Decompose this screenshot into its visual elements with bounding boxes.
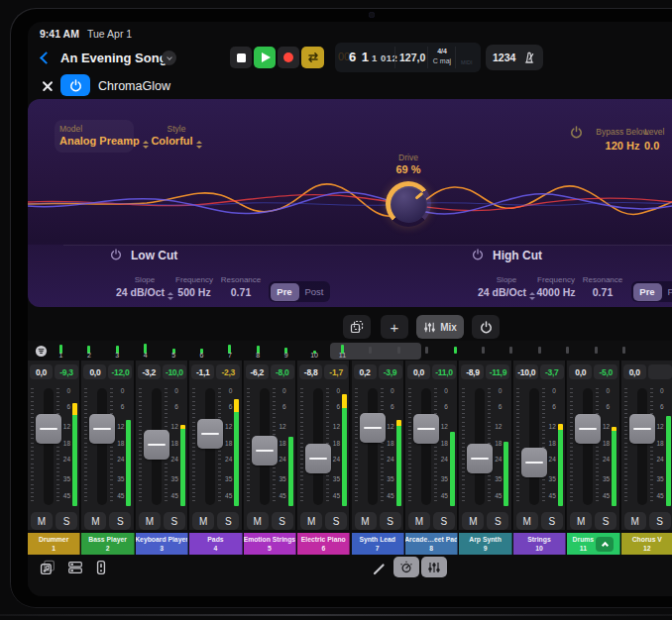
level-value[interactable]: 0.0	[644, 140, 672, 152]
song-menu-button[interactable]	[162, 51, 176, 65]
volume-fader[interactable]	[197, 419, 223, 449]
volume-fader[interactable]	[467, 444, 493, 473]
minimap-channel-number[interactable]: 4	[138, 352, 154, 359]
solo-button[interactable]: S	[56, 512, 77, 530]
volume-fader[interactable]	[305, 444, 331, 473]
volume-fader[interactable]	[413, 414, 439, 444]
mute-button[interactable]: M	[247, 512, 269, 530]
mix-view-button[interactable]: Mix	[416, 315, 464, 339]
minimap-channel-number[interactable]: 9	[279, 352, 294, 359]
close-icon[interactable]	[41, 79, 54, 92]
pre-button[interactable]: Pre	[271, 283, 299, 301]
mute-button[interactable]: M	[139, 512, 161, 530]
pre-button[interactable]: Pre	[633, 283, 662, 301]
minimap-channel-number[interactable]: 10	[306, 352, 322, 359]
fader-db-value[interactable]: 0,0	[569, 364, 592, 379]
minimap-channel-number[interactable]: 11	[335, 352, 351, 359]
track-label-6[interactable]: Electric Piano6	[297, 533, 350, 555]
track-label-4[interactable]: Pads4	[189, 533, 242, 555]
solo-button[interactable]: S	[541, 512, 563, 530]
style-value[interactable]: Colorful	[145, 135, 208, 149]
track-label-9[interactable]: Arp Synth9	[459, 533, 511, 555]
drive-knob[interactable]	[386, 181, 431, 227]
track-label-1[interactable]: Drummer1	[28, 533, 80, 555]
solo-button[interactable]: S	[487, 512, 508, 530]
volume-fader[interactable]	[575, 414, 601, 444]
volume-fader[interactable]	[521, 448, 547, 477]
play-button[interactable]	[254, 47, 276, 68]
solo-button[interactable]: S	[380, 512, 401, 530]
minimap-channel-number[interactable]: 1	[54, 352, 69, 359]
resonance-value[interactable]: 0.71	[216, 286, 266, 298]
record-button[interactable]	[278, 47, 299, 68]
solo-button[interactable]: S	[595, 512, 616, 530]
mute-button[interactable]: M	[31, 512, 53, 530]
fader-db-value[interactable]: 0,0	[30, 364, 53, 379]
volume-fader[interactable]	[629, 414, 655, 444]
pencil-icon[interactable]	[372, 562, 387, 576]
fader-db-value[interactable]: 0,2	[354, 364, 377, 379]
mute-button[interactable]: M	[570, 512, 592, 530]
browser-icon[interactable]	[67, 560, 83, 575]
track-label-11[interactable]: Drums11	[567, 533, 619, 555]
cycle-button[interactable]	[301, 47, 324, 68]
lcd-display[interactable]: 00 6 1 1 012 127,0 4/4 C maj MIDI	[335, 43, 481, 72]
mute-button[interactable]: M	[192, 512, 214, 530]
track-label-7[interactable]: Synth Lead7	[352, 533, 404, 555]
lowcut-power-icon[interactable]	[110, 249, 122, 260]
faders-view-button[interactable]	[421, 557, 447, 577]
solo-button[interactable]: S	[325, 512, 347, 530]
post-button[interactable]: Post	[663, 283, 672, 301]
solo-button[interactable]: S	[217, 512, 239, 530]
fader-db-value[interactable]: -1,1	[191, 364, 214, 379]
fader-db-value[interactable]: -10,0	[515, 364, 538, 379]
mute-button[interactable]: M	[408, 512, 430, 530]
volume-fader[interactable]	[144, 430, 169, 460]
mute-button[interactable]: M	[516, 512, 538, 530]
solo-button[interactable]: S	[109, 512, 131, 530]
frequency-value[interactable]: 500 Hz	[169, 286, 219, 298]
loop-browser-icon[interactable]	[40, 560, 56, 575]
stop-button[interactable]	[230, 47, 252, 68]
mute-button[interactable]: M	[355, 512, 377, 530]
filter-icon[interactable]	[35, 345, 48, 358]
solo-button[interactable]: S	[649, 512, 671, 530]
expand-track-button[interactable]	[596, 537, 614, 552]
volume-fader[interactable]	[252, 436, 278, 465]
track-label-5[interactable]: Emotion Strings5	[244, 533, 296, 555]
add-plugin-button[interactable]: +	[381, 315, 408, 339]
fader-db-value[interactable]: 0,0	[83, 364, 106, 379]
minimap-channel-number[interactable]: 2	[81, 352, 97, 359]
metronome-icon[interactable]	[522, 51, 536, 64]
controls-view-button[interactable]	[393, 557, 419, 577]
fader-db-value[interactable]: -6,2	[246, 364, 269, 379]
model-value[interactable]: Analog Preamp	[59, 135, 149, 149]
slope-value[interactable]: 24 dB/Oct	[475, 286, 538, 300]
track-label-3[interactable]: Keyboard Player3	[136, 533, 188, 555]
fader-db-value[interactable]: 0,0	[623, 364, 646, 379]
minimap-channel-number[interactable]: 5	[166, 352, 181, 359]
fader-db-value[interactable]: -3,2	[138, 364, 161, 379]
track-label-10[interactable]: Strings10	[513, 533, 566, 555]
mute-button[interactable]: M	[624, 512, 646, 530]
bypass-power-icon[interactable]	[570, 126, 583, 139]
duplicate-button[interactable]	[343, 315, 371, 339]
fader-db-value[interactable]: -8,8	[299, 364, 322, 379]
minimap-channel-number[interactable]: 8	[250, 352, 266, 359]
controller-icon[interactable]	[93, 560, 109, 575]
track-label-8[interactable]: Arcade…eet Pad8	[405, 533, 458, 555]
mute-button[interactable]: M	[300, 512, 322, 530]
solo-button[interactable]: S	[272, 512, 293, 530]
slope-value[interactable]: 24 dB/Oct	[113, 286, 176, 300]
mute-button[interactable]: M	[462, 512, 484, 530]
solo-button[interactable]: S	[433, 512, 455, 530]
count-in-button[interactable]: 1234	[493, 52, 515, 63]
frequency-value[interactable]: 4000 Hz	[531, 286, 581, 298]
plugin-power-button[interactable]	[60, 74, 90, 96]
channel-minimap[interactable]: 1234567891011	[28, 343, 672, 361]
volume-fader[interactable]	[89, 414, 115, 444]
fader-db-value[interactable]: 0,0	[407, 364, 430, 379]
track-label-12[interactable]: Chorus V12	[621, 533, 672, 555]
volume-fader[interactable]	[36, 414, 61, 444]
minimap-channel-number[interactable]: 7	[222, 352, 238, 359]
